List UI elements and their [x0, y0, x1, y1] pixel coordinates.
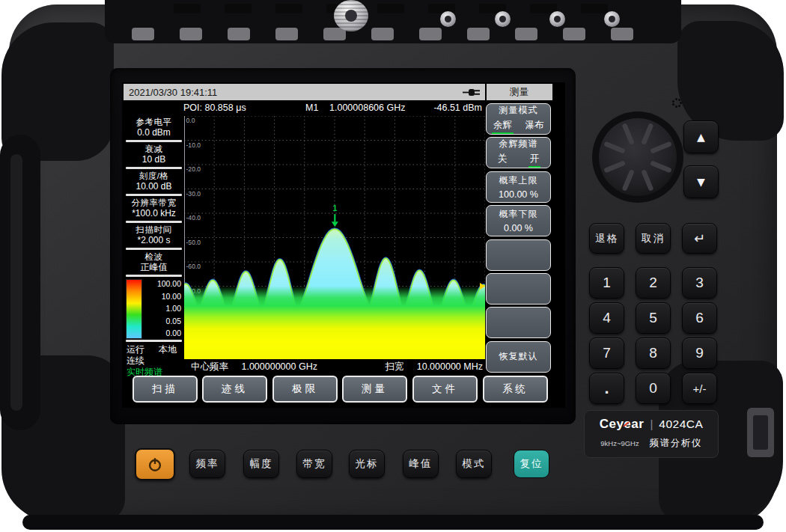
span-value: 10.000000 MHz — [417, 361, 483, 372]
menu-button-empty-5[interactable] — [486, 239, 551, 271]
menu-button-empty-7[interactable] — [486, 307, 551, 338]
menu-button-3[interactable]: 概率上限100.00 % — [486, 171, 551, 203]
separator — [126, 340, 182, 342]
menu-button-value: 0.00 % — [504, 223, 533, 233]
color-scale-bar — [126, 279, 142, 339]
param-block-5[interactable]: 检波正峰值 — [124, 251, 184, 274]
separator — [126, 194, 182, 196]
param-value: *100.0 kHz — [124, 208, 184, 219]
param-value: 10.00 dB — [124, 181, 184, 192]
power-icon — [147, 456, 163, 473]
menu-button-label: 恢复默认 — [499, 350, 538, 363]
key-7[interactable]: 7 — [589, 337, 624, 369]
frequency-button[interactable]: 频率 — [189, 450, 225, 478]
menu-button-1[interactable]: 测量模式余辉瀑布 — [486, 103, 551, 135]
top-tab — [228, 28, 250, 40]
separator — [126, 221, 182, 223]
softkey-5[interactable]: 文件 — [412, 376, 478, 403]
arrow-up-button[interactable]: ▲ — [683, 120, 719, 153]
triangle-up-icon: ▲ — [697, 131, 705, 143]
key-plus-minus[interactable]: +/- — [682, 373, 717, 404]
svg-text:-10.0: -10.0 — [186, 141, 201, 149]
menu-option-active[interactable]: 开 — [528, 153, 541, 168]
key-4[interactable]: 4 — [589, 302, 624, 334]
key-9[interactable]: 9 — [682, 337, 717, 369]
rf-connector-small — [549, 11, 565, 27]
product-type: 频谱分析仪 — [650, 437, 702, 450]
center-freq-value: 1.000000000 GHz — [241, 361, 317, 372]
ac-power-icon — [462, 88, 481, 97]
key-3[interactable]: 3 — [682, 267, 717, 299]
cancel-button[interactable]: 取消 — [636, 223, 671, 254]
softkey-2[interactable]: 迹线 — [202, 376, 267, 403]
marker-button[interactable]: 光标 — [349, 450, 385, 478]
key-6[interactable]: 6 — [682, 302, 717, 334]
brand-plate: Ceyear | 4024CA 9kHz~9GHz 频谱分析仪 — [584, 410, 719, 458]
mode-button[interactable]: 模式 — [456, 450, 492, 478]
param-label: 参考电平 — [124, 117, 184, 127]
menu-button-8[interactable]: 恢复默认 — [486, 341, 551, 373]
key-dot[interactable]: . — [589, 373, 624, 404]
param-block-3[interactable]: 分辨率带宽*100.0 kHz — [124, 197, 184, 220]
menu-button-2[interactable]: 余辉频谱关开 — [486, 137, 551, 168]
top-tab — [563, 28, 585, 40]
run-state: 运行 — [127, 344, 144, 355]
triangle-down-icon: ▼ — [697, 176, 705, 188]
param-block-2[interactable]: 刻度/格10.00 dB — [124, 170, 184, 193]
menu-button-label: 概率上限 — [499, 174, 538, 187]
power-button[interactable] — [135, 448, 175, 480]
rotary-knob[interactable] — [591, 111, 684, 204]
enter-button[interactable]: ↵ — [682, 223, 717, 254]
sweep-mode: 连续 — [127, 355, 183, 367]
param-value: *2.000 s — [124, 235, 184, 246]
connector-hole — [609, 16, 615, 22]
menu-button-4[interactable]: 概率下限0.00 % — [486, 205, 551, 236]
frequency-range: 9kHz~9GHz — [600, 439, 639, 447]
model-info-row: 9kHz~9GHz 频谱分析仪 — [585, 437, 718, 450]
softkey-3[interactable]: 极限 — [272, 376, 338, 403]
peak-button[interactable]: 峰值 — [403, 450, 439, 478]
param-block-1[interactable]: 衰减10 dB — [124, 143, 184, 166]
top-tab — [371, 28, 394, 40]
frequency-readout-row: 中心频率 1.000000000 GHz 扫宽 10.000000 MHz — [184, 359, 485, 374]
key-1[interactable]: 1 — [589, 267, 624, 299]
spectrum-display: 0.0-10.0-20.0-30.0-40.0-50.0-60.0-70.01 — [184, 116, 485, 359]
separator — [126, 275, 182, 277]
menu-option-active[interactable]: 余辉 — [492, 119, 514, 134]
param-block-4[interactable]: 扫描时间*2.000 s — [124, 224, 184, 247]
span-group: 扫宽 10.000000 MHz — [385, 361, 483, 373]
backspace-button[interactable]: 退格 — [589, 223, 624, 254]
param-value: 10 dB — [124, 154, 184, 165]
softkey-1[interactable]: 扫描 — [132, 376, 198, 403]
center-frequency-group: 中心频率 1.000000000 GHz — [191, 361, 317, 373]
status-bar: 2021/03/30 19:41:11 — [124, 84, 485, 100]
reset-button[interactable]: 复位 — [514, 450, 549, 478]
param-label: 分辨率带宽 — [124, 198, 184, 208]
param-value: 0.0 dBm — [124, 127, 184, 138]
svg-text:1: 1 — [332, 204, 337, 213]
carry-handle — [0, 135, 40, 430]
svg-text:-30.0: -30.0 — [186, 190, 201, 198]
softkey-4[interactable]: 测量 — [342, 376, 407, 403]
svg-text:0.0: 0.0 — [186, 117, 195, 124]
marker-level: -46.51 dBm — [433, 103, 482, 113]
menu-option[interactable]: 瀑布 — [523, 119, 545, 134]
menu-option[interactable]: 关 — [496, 153, 509, 168]
bottom-bumper — [22, 515, 764, 530]
key-0[interactable]: 0 — [636, 373, 671, 404]
amplitude-button[interactable]: 幅度 — [243, 450, 279, 478]
arrow-down-button[interactable]: ▼ — [683, 165, 719, 198]
menu-button-value: 100.00 % — [499, 189, 538, 200]
param-block-0[interactable]: 参考电平0.0 dBm — [124, 116, 184, 139]
separator — [126, 248, 182, 250]
menu-button-label: 测量模式 — [499, 104, 538, 117]
key-2[interactable]: 2 — [636, 267, 671, 299]
bandwidth-button[interactable]: 带宽 — [296, 450, 332, 478]
menu-button-empty-6[interactable] — [486, 273, 551, 305]
key-8[interactable]: 8 — [636, 337, 671, 369]
key-5[interactable]: 5 — [636, 302, 671, 334]
speaker-hole — [678, 105, 680, 107]
top-clip — [275, 4, 302, 13]
param-label: 衰减 — [124, 144, 184, 154]
speaker-hole — [675, 98, 677, 100]
